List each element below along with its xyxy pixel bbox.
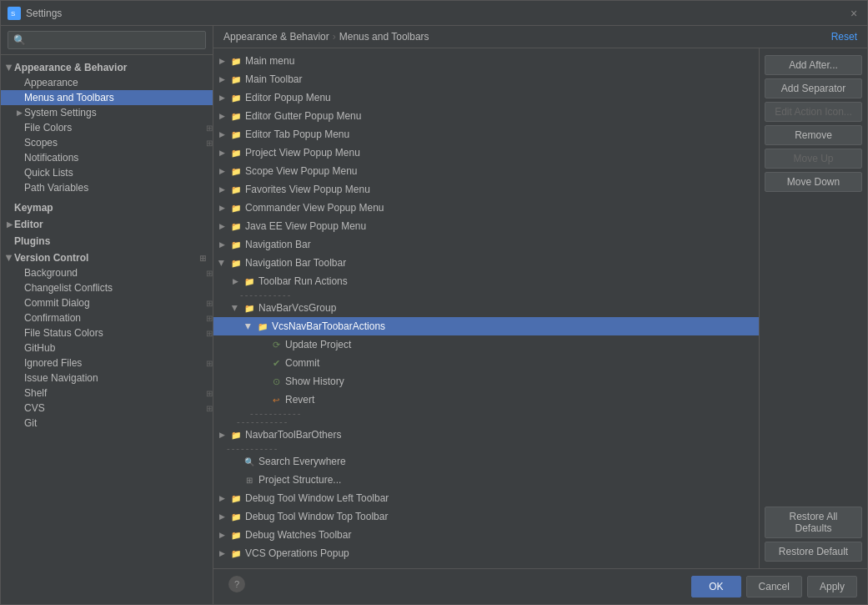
tree-item-search-everywhere[interactable]: ▶ 🔍 Search Everywhere <box>213 452 759 471</box>
separator-item-1: ----------- <box>213 290 759 299</box>
tree-item-commit[interactable]: ▶ ✔ Commit <box>213 354 759 372</box>
sidebar-item-path-variables[interactable]: ▶ Path Variables <box>1 180 213 195</box>
edit-action-icon-button[interactable]: Edit Action Icon... <box>765 102 862 122</box>
arrow-icon: ▶ <box>243 321 253 331</box>
sidebar-item-ignored-files[interactable]: ▶ Ignored Files ⊞ <box>1 355 213 371</box>
svg-text:S: S <box>11 10 15 18</box>
arrow-icon: ▶ <box>217 166 227 176</box>
sidebar-section-label: Editor <box>14 219 43 230</box>
sidebar-item-label: System Settings <box>24 107 97 118</box>
sidebar-item-shelf[interactable]: ▶ Shelf ⊞ <box>1 386 213 401</box>
tree-item-java-ee-view-popup-menu[interactable]: ▶ 📁 Java EE View Popup Menu <box>213 217 759 235</box>
sidebar-item-system-settings[interactable]: ▶ System Settings <box>1 105 213 120</box>
ok-button[interactable]: OK <box>691 576 740 597</box>
tree-item-navigation-bar-toolbar[interactable]: ▶ 📁 Navigation Bar Toolbar <box>213 254 759 272</box>
sidebar-item-github[interactable]: ▶ GitHub <box>1 340 213 355</box>
tree-item-vcs-navbar-toolbar-actions[interactable]: ▶ 📁 VcsNavBarToobarActions <box>213 317 759 335</box>
file-colors-icon: ⊞ <box>206 124 213 133</box>
add-separator-button[interactable]: Add Separator <box>765 78 862 98</box>
sidebar-item-label: Appearance <box>24 77 78 88</box>
restore-default-button[interactable]: Restore Default <box>765 542 862 562</box>
tree-item-editor-tab-popup-menu[interactable]: ▶ 📁 Editor Tab Popup Menu <box>213 125 759 144</box>
sidebar-item-keymap[interactable]: ▶ Keymap <box>1 199 213 215</box>
sidebar-item-commit-dialog[interactable]: ▶ Commit Dialog ⊞ <box>1 295 213 310</box>
tree-item-project-view-popup-menu[interactable]: ▶ 📁 Project View Popup Menu <box>213 144 759 162</box>
sidebar-item-git[interactable]: ▶ Git <box>1 416 213 431</box>
tree-item-debug-watches[interactable]: ▶ 📁 Debug Watches Toolbar <box>213 526 759 544</box>
tree-item-label: Show History <box>285 376 344 387</box>
sidebar-item-file-status-colors[interactable]: ▶ File Status Colors ⊞ <box>1 325 213 340</box>
move-up-button[interactable]: Move Up <box>765 149 862 169</box>
tree-item-favorites-view-popup-menu[interactable]: ▶ 📁 Favorites View Popup Menu <box>213 180 759 199</box>
folder-icon: 📁 <box>229 492 243 505</box>
sidebar-item-confirmation[interactable]: ▶ Confirmation ⊞ <box>1 310 213 325</box>
sidebar-item-quick-lists[interactable]: ▶ Quick Lists <box>1 165 213 180</box>
folder-icon: 📁 <box>229 201 243 214</box>
sidebar-item-background[interactable]: ▶ Background ⊞ <box>1 265 213 280</box>
tree-item-navbar-vcs-group[interactable]: ▶ 📁 NavBarVcsGroup <box>213 299 759 317</box>
folder-icon: 📁 <box>229 219 243 233</box>
tree-item-label: Project Structure... <box>258 474 341 486</box>
tree-item-scope-view-popup-menu[interactable]: ▶ 📁 Scope View Popup Menu <box>213 162 759 180</box>
bg-icon: ⊞ <box>206 269 213 278</box>
separator-item-2: ----------- <box>213 409 759 417</box>
tree-item-main-menu[interactable]: ▶ 📁 Main menu <box>213 52 759 70</box>
sidebar-item-label: Confirmation <box>24 312 81 324</box>
arrow-icon: ▶ <box>230 276 240 286</box>
tree-item-show-history[interactable]: ▶ ⊙ Show History <box>213 372 759 391</box>
scopes-icon: ⊞ <box>206 139 213 148</box>
tree-item-navigation-bar[interactable]: ▶ 📁 Navigation Bar <box>213 235 759 254</box>
history-icon: ⊙ <box>269 375 283 388</box>
tree-item-project-structure[interactable]: ▶ ⊞ Project Structure... <box>213 471 759 489</box>
tree-item-update-project[interactable]: ▶ ⟳ Update Project <box>213 335 759 354</box>
sidebar-item-menus-toolbars[interactable]: ▶ Menus and Toolbars <box>1 90 213 105</box>
sidebar-item-appearance-behavior[interactable]: ▶ Appearance & Behavior <box>1 58 213 75</box>
fsc-icon: ⊞ <box>206 329 213 338</box>
sidebar-item-scopes[interactable]: ▶ Scopes ⊞ <box>1 135 213 150</box>
tree-item-commander-view-popup-menu[interactable]: ▶ 📁 Commander View Popup Menu <box>213 199 759 217</box>
close-button[interactable]: × <box>847 7 860 20</box>
tree-item-debug-top[interactable]: ▶ 📁 Debug Tool Window Top Toolbar <box>213 507 759 526</box>
cancel-button[interactable]: Cancel <box>746 576 802 597</box>
tree-item-label: Debug Tool Window Top Toolbar <box>245 511 388 522</box>
reset-link[interactable]: Reset <box>831 31 857 43</box>
tree-item-label: Commit <box>285 357 319 369</box>
tree-item-navbar-toolbar-others[interactable]: ▶ 📁 NavbarToolBarOthers <box>213 426 759 444</box>
apply-button[interactable]: Apply <box>807 576 857 597</box>
sidebar-item-label: GitHub <box>24 342 55 354</box>
tree-item-editor-gutter-popup-menu[interactable]: ▶ 📁 Editor Gutter Popup Menu <box>213 107 759 125</box>
sidebar-item-editor[interactable]: ▶ Editor <box>1 215 213 232</box>
folder-icon: 📁 <box>229 547 243 560</box>
main-tree-panel: ▶ 📁 Main menu ▶ 📁 Main Toolbar ▶ 📁 Edito… <box>213 48 759 568</box>
tree-item-label: Update Project <box>285 339 351 350</box>
add-after-button[interactable]: Add After... <box>765 55 862 75</box>
tree-item-revert[interactable]: ▶ ↩ Revert <box>213 391 759 409</box>
project-icon: ⊞ <box>243 473 256 487</box>
tree-item-editor-popup-menu[interactable]: ▶ 📁 Editor Popup Menu <box>213 88 759 107</box>
arrow-icon: ▶ <box>217 512 227 522</box>
sidebar-item-appearance[interactable]: ▶ Appearance <box>1 75 213 90</box>
sidebar-item-file-colors[interactable]: ▶ File Colors ⊞ <box>1 120 213 135</box>
bottom-buttons: ? OK Cancel Apply <box>213 568 867 604</box>
title-bar: S Settings × <box>1 1 867 26</box>
move-down-button[interactable]: Move Down <box>765 172 862 192</box>
remove-button[interactable]: Remove <box>765 125 862 145</box>
folder-icon: 📁 <box>243 275 256 288</box>
arrow-icon: ▶ <box>217 548 227 558</box>
sidebar-item-issue-navigation[interactable]: ▶ Issue Navigation <box>1 371 213 386</box>
tree-item-vcs-operations-popup[interactable]: ▶ 📁 VCS Operations Popup <box>213 544 759 562</box>
restore-all-defaults-button[interactable]: Restore All Defaults <box>765 507 862 538</box>
help-button[interactable]: ? <box>228 576 245 592</box>
breadcrumb-current: Menus and Toolbars <box>339 31 429 43</box>
tree-item-debug-left[interactable]: ▶ 📁 Debug Tool Window Left Toolbar <box>213 489 759 507</box>
sidebar-item-changelist-conflicts[interactable]: ▶ Changelist Conflicts <box>1 280 213 295</box>
sidebar-item-version-control[interactable]: ▶ Version Control ⊞ <box>1 249 213 265</box>
tree-item-main-toolbar[interactable]: ▶ 📁 Main Toolbar <box>213 70 759 88</box>
sidebar-item-notifications[interactable]: ▶ Notifications <box>1 150 213 165</box>
search-input[interactable] <box>8 31 206 49</box>
sidebar-item-plugins[interactable]: ▶ Plugins <box>1 232 213 249</box>
sidebar-item-cvs[interactable]: ▶ CVS ⊞ <box>1 401 213 416</box>
sidebar-item-label: Path Variables <box>24 182 88 194</box>
tree-item-toolbar-run-actions[interactable]: ▶ 📁 Toolbar Run Actions <box>213 272 759 290</box>
folder-icon: 📁 <box>229 428 243 441</box>
